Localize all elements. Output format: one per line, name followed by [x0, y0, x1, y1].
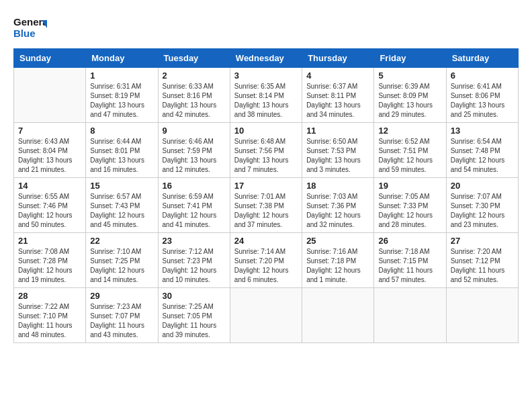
day-info: Sunrise: 6:48 AM Sunset: 7:56 PM Dayligh… — [234, 137, 298, 175]
calendar-cell: 23Sunrise: 7:12 AM Sunset: 7:23 PM Dayli… — [158, 233, 230, 288]
calendar-cell: 1Sunrise: 6:31 AM Sunset: 8:19 PM Daylig… — [86, 68, 158, 123]
calendar-cell: 28Sunrise: 7:22 AM Sunset: 7:10 PM Dayli… — [14, 288, 86, 343]
day-info: Sunrise: 6:46 AM Sunset: 7:59 PM Dayligh… — [163, 137, 226, 175]
day-number: 3 — [234, 71, 298, 81]
day-number: 14 — [18, 181, 81, 191]
calendar-week-5: 28Sunrise: 7:22 AM Sunset: 7:10 PM Dayli… — [14, 288, 519, 343]
weekday-header-row: SundayMondayTuesdayWednesdayThursdayFrid… — [14, 49, 519, 68]
day-info: Sunrise: 7:10 AM Sunset: 7:25 PM Dayligh… — [90, 247, 153, 285]
day-info: Sunrise: 7:01 AM Sunset: 7:38 PM Dayligh… — [234, 192, 298, 230]
day-number: 23 — [163, 236, 226, 246]
calendar-cell: 27Sunrise: 7:20 AM Sunset: 7:12 PM Dayli… — [446, 233, 518, 288]
day-number: 6 — [451, 71, 514, 81]
calendar-table: SundayMondayTuesdayWednesdayThursdayFrid… — [13, 48, 519, 343]
day-info: Sunrise: 7:05 AM Sunset: 7:33 PM Dayligh… — [378, 192, 441, 230]
weekday-header-wednesday: Wednesday — [230, 49, 302, 68]
day-number: 8 — [90, 126, 153, 136]
day-number: 20 — [451, 181, 514, 191]
calendar-cell: 3Sunrise: 6:35 AM Sunset: 8:14 PM Daylig… — [230, 68, 302, 123]
day-number: 15 — [90, 181, 153, 191]
svg-text:Blue: Blue — [13, 28, 36, 39]
day-number: 25 — [306, 236, 369, 246]
day-number: 4 — [306, 71, 369, 81]
calendar-cell: 12Sunrise: 6:52 AM Sunset: 7:51 PM Dayli… — [374, 123, 446, 178]
day-number: 9 — [163, 126, 226, 136]
day-info: Sunrise: 6:37 AM Sunset: 8:11 PM Dayligh… — [306, 82, 369, 120]
day-info: Sunrise: 7:12 AM Sunset: 7:23 PM Dayligh… — [163, 247, 226, 285]
calendar-cell: 11Sunrise: 6:50 AM Sunset: 7:53 PM Dayli… — [302, 123, 374, 178]
day-info: Sunrise: 6:35 AM Sunset: 8:14 PM Dayligh… — [234, 82, 298, 120]
day-number: 16 — [163, 181, 226, 191]
calendar-cell: 30Sunrise: 7:25 AM Sunset: 7:05 PM Dayli… — [158, 288, 230, 343]
calendar-cell: 2Sunrise: 6:33 AM Sunset: 8:16 PM Daylig… — [158, 68, 230, 123]
calendar-cell: 17Sunrise: 7:01 AM Sunset: 7:38 PM Dayli… — [230, 178, 302, 233]
day-number: 27 — [451, 236, 514, 246]
day-number: 19 — [378, 181, 441, 191]
day-info: Sunrise: 6:57 AM Sunset: 7:43 PM Dayligh… — [90, 192, 153, 230]
calendar-week-4: 21Sunrise: 7:08 AM Sunset: 7:28 PM Dayli… — [14, 233, 519, 288]
calendar-cell — [230, 288, 302, 343]
calendar-week-3: 14Sunrise: 6:55 AM Sunset: 7:46 PM Dayli… — [14, 178, 519, 233]
day-info: Sunrise: 6:54 AM Sunset: 7:48 PM Dayligh… — [451, 137, 514, 175]
weekday-header-saturday: Saturday — [446, 49, 518, 68]
day-number: 7 — [18, 126, 81, 136]
day-number: 28 — [18, 291, 81, 301]
day-info: Sunrise: 7:22 AM Sunset: 7:10 PM Dayligh… — [18, 302, 81, 340]
day-info: Sunrise: 7:18 AM Sunset: 7:15 PM Dayligh… — [378, 247, 441, 285]
calendar-week-2: 7Sunrise: 6:43 AM Sunset: 8:04 PM Daylig… — [14, 123, 519, 178]
calendar-cell: 13Sunrise: 6:54 AM Sunset: 7:48 PM Dayli… — [446, 123, 518, 178]
day-number: 11 — [306, 126, 369, 136]
day-number: 26 — [378, 236, 441, 246]
day-info: Sunrise: 6:55 AM Sunset: 7:46 PM Dayligh… — [18, 192, 81, 230]
calendar-cell: 9Sunrise: 6:46 AM Sunset: 7:59 PM Daylig… — [158, 123, 230, 178]
svg-text:General: General — [13, 16, 47, 28]
calendar-cell: 5Sunrise: 6:39 AM Sunset: 8:09 PM Daylig… — [374, 68, 446, 123]
calendar-cell: 20Sunrise: 7:07 AM Sunset: 7:30 PM Dayli… — [446, 178, 518, 233]
calendar-cell: 25Sunrise: 7:16 AM Sunset: 7:18 PM Dayli… — [302, 233, 374, 288]
logo-icon: General Blue — [13, 13, 47, 40]
day-info: Sunrise: 7:20 AM Sunset: 7:12 PM Dayligh… — [451, 247, 514, 285]
calendar-cell: 24Sunrise: 7:14 AM Sunset: 7:20 PM Dayli… — [230, 233, 302, 288]
calendar-cell: 10Sunrise: 6:48 AM Sunset: 7:56 PM Dayli… — [230, 123, 302, 178]
day-info: Sunrise: 7:23 AM Sunset: 7:07 PM Dayligh… — [90, 302, 153, 340]
calendar-cell: 16Sunrise: 6:59 AM Sunset: 7:41 PM Dayli… — [158, 178, 230, 233]
day-info: Sunrise: 7:25 AM Sunset: 7:05 PM Dayligh… — [163, 302, 226, 340]
weekday-header-thursday: Thursday — [302, 49, 374, 68]
day-info: Sunrise: 7:16 AM Sunset: 7:18 PM Dayligh… — [306, 247, 369, 285]
calendar-cell — [374, 288, 446, 343]
calendar-cell: 26Sunrise: 7:18 AM Sunset: 7:15 PM Dayli… — [374, 233, 446, 288]
day-info: Sunrise: 6:43 AM Sunset: 8:04 PM Dayligh… — [18, 137, 81, 175]
calendar-cell: 22Sunrise: 7:10 AM Sunset: 7:25 PM Dayli… — [86, 233, 158, 288]
logo: General Blue — [13, 13, 47, 43]
weekday-header-friday: Friday — [374, 49, 446, 68]
calendar-cell: 4Sunrise: 6:37 AM Sunset: 8:11 PM Daylig… — [302, 68, 374, 123]
calendar-cell — [14, 68, 86, 123]
day-info: Sunrise: 7:03 AM Sunset: 7:36 PM Dayligh… — [306, 192, 369, 230]
calendar-cell: 7Sunrise: 6:43 AM Sunset: 8:04 PM Daylig… — [14, 123, 86, 178]
day-number: 2 — [163, 71, 226, 81]
day-info: Sunrise: 6:41 AM Sunset: 8:06 PM Dayligh… — [451, 82, 514, 120]
calendar-cell: 15Sunrise: 6:57 AM Sunset: 7:43 PM Dayli… — [86, 178, 158, 233]
calendar-cell — [302, 288, 374, 343]
calendar-cell: 21Sunrise: 7:08 AM Sunset: 7:28 PM Dayli… — [14, 233, 86, 288]
day-info: Sunrise: 7:14 AM Sunset: 7:20 PM Dayligh… — [234, 247, 298, 285]
calendar-cell — [446, 288, 518, 343]
day-number: 21 — [18, 236, 81, 246]
day-number: 22 — [90, 236, 153, 246]
day-info: Sunrise: 7:07 AM Sunset: 7:30 PM Dayligh… — [451, 192, 514, 230]
day-info: Sunrise: 6:50 AM Sunset: 7:53 PM Dayligh… — [306, 137, 369, 175]
weekday-header-monday: Monday — [86, 49, 158, 68]
day-number: 1 — [90, 71, 153, 81]
day-info: Sunrise: 6:52 AM Sunset: 7:51 PM Dayligh… — [378, 137, 441, 175]
day-number: 10 — [234, 126, 298, 136]
calendar-cell: 6Sunrise: 6:41 AM Sunset: 8:06 PM Daylig… — [446, 68, 518, 123]
day-info: Sunrise: 7:08 AM Sunset: 7:28 PM Dayligh… — [18, 247, 81, 285]
day-info: Sunrise: 6:59 AM Sunset: 7:41 PM Dayligh… — [163, 192, 226, 230]
day-number: 18 — [306, 181, 369, 191]
weekday-header-sunday: Sunday — [14, 49, 86, 68]
calendar-cell: 19Sunrise: 7:05 AM Sunset: 7:33 PM Dayli… — [374, 178, 446, 233]
day-number: 5 — [378, 71, 441, 81]
calendar-week-1: 1Sunrise: 6:31 AM Sunset: 8:19 PM Daylig… — [14, 68, 519, 123]
calendar-cell: 14Sunrise: 6:55 AM Sunset: 7:46 PM Dayli… — [14, 178, 86, 233]
day-info: Sunrise: 6:44 AM Sunset: 8:01 PM Dayligh… — [90, 137, 153, 175]
